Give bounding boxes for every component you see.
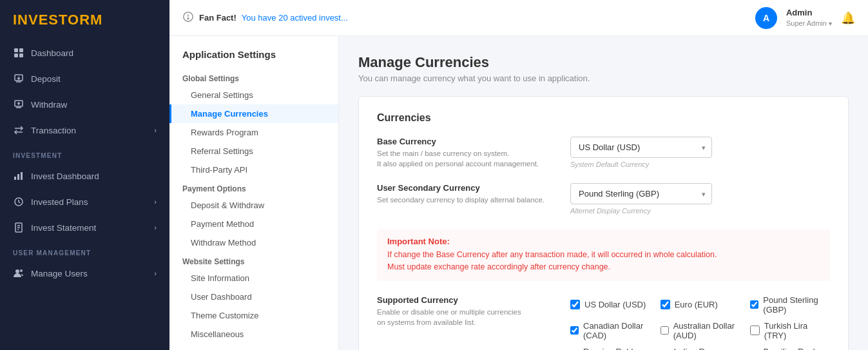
sidebar-item-transaction[interactable]: Transaction › bbox=[0, 117, 169, 143]
base-currency-label-group: Base Currency Set the main / base curren… bbox=[377, 137, 557, 169]
fan-fact-bar: Fan Fact! You have 20 actived invest... bbox=[182, 11, 749, 24]
sidebar-item-label: Invest Statement bbox=[31, 223, 96, 233]
settings-item-deposit-withdraw[interactable]: Deposit & Withdraw bbox=[169, 196, 338, 215]
sidebar-item-invest-dashboard[interactable]: Invest Dashboard bbox=[0, 163, 169, 189]
currency-cad[interactable]: Canadian Dollar (CAD) bbox=[570, 321, 650, 340]
currency-try-label: Turkish Lira (TRY) bbox=[764, 321, 830, 340]
secondary-currency-select[interactable]: Pound Sterling (GBP) US Dollar (USD) Eur… bbox=[570, 183, 712, 204]
sidebar-item-label: Invest Dashboard bbox=[31, 171, 99, 181]
fan-icon bbox=[182, 11, 194, 24]
currency-inr[interactable]: Indian Rupee (INR) bbox=[661, 347, 740, 350]
sidebar-item-manage-users[interactable]: Manage Users › bbox=[0, 260, 169, 286]
currency-usd-checkbox[interactable] bbox=[570, 300, 580, 309]
currency-rub[interactable]: Russian Ruble (RUB) bbox=[570, 347, 650, 350]
settings-item-site-info[interactable]: Site Information bbox=[169, 269, 338, 287]
currency-cad-checkbox[interactable] bbox=[570, 326, 579, 335]
sidebar-item-dashboard[interactable]: Dashboard bbox=[0, 40, 169, 66]
settings-sidebar: Application Settings Global Settings Gen… bbox=[169, 36, 339, 350]
admin-name: Admin bbox=[786, 8, 832, 19]
settings-item-thirdparty[interactable]: Third-Party API bbox=[169, 160, 338, 179]
settings-item-misc[interactable]: Miscellaneous bbox=[169, 325, 338, 344]
logo: INVESTORM bbox=[0, 0, 169, 40]
settings-item-label: Site Information bbox=[191, 273, 249, 283]
supported-currency-label: Supported Currency bbox=[377, 295, 557, 305]
supported-currency-label-group: Supported Currency Enable or disable one… bbox=[377, 295, 557, 327]
secondary-currency-row: User Secondary Currency Set secondary cu… bbox=[377, 183, 830, 215]
bell-icon[interactable]: 🔔 bbox=[841, 11, 855, 25]
currency-try[interactable]: Turkish Lira (TRY) bbox=[750, 321, 830, 340]
currency-aud[interactable]: Australian Dollar (AUD) bbox=[661, 321, 740, 340]
supported-currency-row: Supported Currency Enable or disable one… bbox=[377, 295, 830, 350]
currency-eur-label: Euro (EUR) bbox=[675, 300, 718, 309]
page-title: Manage Currencies bbox=[358, 54, 849, 71]
settings-item-theme[interactable]: Theme Customize bbox=[169, 306, 338, 325]
sidebar-item-invested-plans[interactable]: Invested Plans › bbox=[0, 189, 169, 215]
settings-item-label: Payment Method bbox=[191, 219, 254, 229]
secondary-currency-select-wrap: Pound Sterling (GBP) US Dollar (USD) Eur… bbox=[570, 183, 712, 204]
settings-group-payment: Payment Options bbox=[169, 179, 338, 196]
settings-item-withdraw-method[interactable]: Withdraw Method bbox=[169, 233, 338, 252]
supported-currency-desc2: on systems from available list. bbox=[377, 317, 557, 327]
settings-item-label: Withdraw Method bbox=[191, 238, 256, 248]
bar-chart-icon bbox=[13, 170, 24, 182]
currency-usd[interactable]: US Dollar (USD) bbox=[570, 295, 650, 315]
grid-icon bbox=[13, 47, 24, 59]
settings-item-label: Rewards Program bbox=[191, 128, 258, 137]
currency-aud-label: Australian Dollar (AUD) bbox=[673, 321, 740, 340]
sidebar-item-invest-statement[interactable]: Invest Statement › bbox=[0, 215, 169, 240]
secondary-currency-desc: Set secondary currency to display altern… bbox=[377, 195, 557, 205]
currency-inr-label: Indian Rupee (INR) bbox=[673, 347, 740, 350]
sidebar-item-withdraw[interactable]: Withdraw bbox=[0, 92, 169, 117]
settings-group-website: Website Settings bbox=[169, 252, 338, 269]
sidebar-item-label: Withdraw bbox=[31, 100, 67, 110]
arrow-icon: › bbox=[154, 269, 157, 277]
admin-info: Admin Super Admin ▾ bbox=[786, 8, 832, 28]
settings-item-payment-method[interactable]: Payment Method bbox=[169, 215, 338, 233]
sidebar-item-label: Invested Plans bbox=[31, 197, 88, 207]
currency-gbp[interactable]: Pound Sterling (GBP) bbox=[750, 295, 830, 315]
user-section-label: USER MANAGEMENT bbox=[0, 240, 169, 260]
currency-eur-checkbox[interactable] bbox=[661, 300, 670, 309]
sidebar-item-label: Transaction bbox=[31, 126, 76, 135]
page-subtitle: You can manage currency what you want to… bbox=[358, 73, 849, 83]
card-title: Currencies bbox=[377, 112, 830, 124]
svg-rect-13 bbox=[17, 174, 19, 180]
secondary-currency-label: User Secondary Currency bbox=[377, 183, 557, 193]
currency-try-checkbox[interactable] bbox=[750, 326, 760, 335]
transaction-icon bbox=[13, 124, 24, 136]
content-area: Application Settings Global Settings Gen… bbox=[169, 36, 868, 350]
arrow-icon: › bbox=[154, 224, 157, 231]
settings-item-label: General Settings bbox=[191, 90, 253, 100]
settings-group-global: Global Settings bbox=[169, 69, 338, 86]
currency-eur[interactable]: Euro (EUR) bbox=[661, 295, 740, 315]
base-currency-select[interactable]: US Dollar (USD) Euro (EUR) Pound Sterlin… bbox=[570, 137, 712, 158]
settings-item-rewards[interactable]: Rewards Program bbox=[169, 123, 338, 142]
important-body: If change the Base Currency after any tr… bbox=[387, 249, 820, 273]
sidebar-item-label: Dashboard bbox=[31, 48, 73, 58]
base-currency-label: Base Currency bbox=[377, 137, 557, 146]
svg-point-21 bbox=[20, 269, 23, 272]
svg-point-24 bbox=[188, 18, 189, 19]
currency-brl[interactable]: Brazilian Real (BRL) bbox=[750, 347, 830, 350]
svg-rect-2 bbox=[14, 53, 18, 57]
settings-item-referral[interactable]: Referral Settings bbox=[169, 142, 338, 160]
svg-rect-12 bbox=[14, 177, 16, 180]
important-line2: Must update exchange rate accordingly af… bbox=[387, 261, 820, 273]
currency-gbp-checkbox[interactable] bbox=[750, 300, 758, 309]
sidebar-item-label: Manage Users bbox=[31, 269, 88, 278]
currency-aud-checkbox[interactable] bbox=[661, 326, 669, 335]
settings-item-general[interactable]: General Settings bbox=[169, 86, 338, 104]
currency-gbp-label: Pound Sterling (GBP) bbox=[763, 295, 830, 315]
topbar-right: A Admin Super Admin ▾ 🔔 bbox=[755, 7, 855, 29]
supported-currency-desc1: Enable or disable one or multiple curren… bbox=[377, 307, 557, 317]
sidebar-item-deposit[interactable]: Deposit bbox=[0, 66, 169, 92]
statement-icon bbox=[13, 222, 24, 233]
fan-label: Fan Fact! bbox=[199, 13, 236, 23]
secondary-currency-hint: Alternet Display Currency bbox=[570, 207, 830, 215]
main-content: Manage Currencies You can manage currenc… bbox=[339, 36, 868, 350]
settings-item-label: Deposit & Withdraw bbox=[191, 200, 264, 210]
currency-grid: US Dollar (USD) Euro (EUR) Pound Sterlin… bbox=[570, 295, 830, 350]
base-currency-desc1: Set the main / base currency on system. bbox=[377, 148, 557, 159]
settings-item-manage-currencies[interactable]: Manage Currencies bbox=[169, 104, 338, 123]
settings-item-user-dashboard[interactable]: User Dashboard bbox=[169, 287, 338, 306]
